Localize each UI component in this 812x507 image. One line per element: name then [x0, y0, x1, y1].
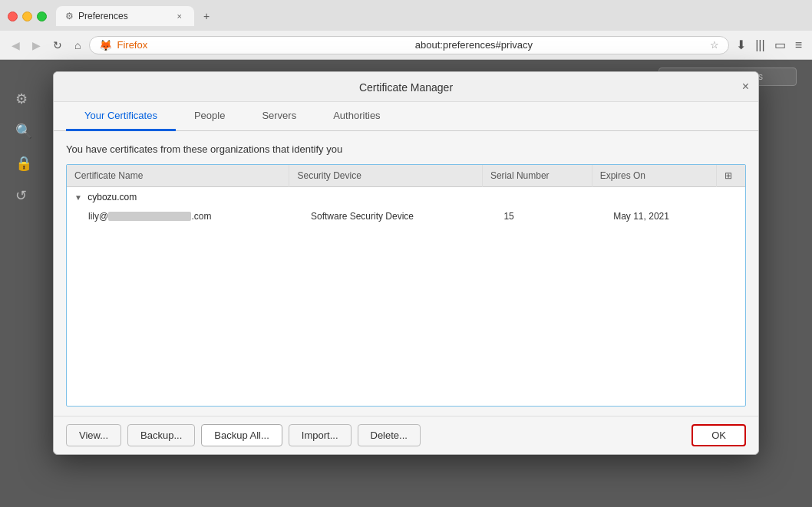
cert-email-prefix: lily@	[88, 211, 108, 222]
tab-servers[interactable]: Servers	[243, 102, 315, 131]
title-bar: ⚙ Preferences × +	[0, 0, 812, 31]
sidebar-toggle-button[interactable]: ▭	[772, 35, 788, 54]
download-button[interactable]: ⬇	[734, 35, 748, 54]
cert-email-redacted: ████ ████.s.████	[108, 212, 191, 221]
maximize-traffic-light[interactable]	[37, 12, 47, 21]
page-content: 🔍 Find in Preferences ⚙ 🔍 🔒 ↺ Certificat…	[0, 60, 812, 505]
cert-name-cell: lily@████ ████.s.████.com	[67, 207, 289, 226]
cert-expires-on-cell: May 11, 2021	[592, 207, 716, 226]
back-button[interactable]: ◀	[8, 37, 24, 54]
active-tab[interactable]: ⚙ Preferences ×	[56, 6, 194, 26]
address-bar[interactable]: 🦊 Firefox about:preferences#privacy ☆	[89, 36, 729, 54]
certificate-table: Certificate Name Security Device Serial …	[67, 165, 745, 226]
org-name-cell: ▼ cybozu.com	[67, 187, 745, 208]
buttons-left: View... Backup... Backup All... Import..…	[66, 424, 421, 446]
dialog-buttons-area: View... Backup... Backup All... Import..…	[54, 416, 758, 454]
dialog-close-button[interactable]: ×	[742, 81, 749, 93]
tab-gear-icon: ⚙	[65, 11, 74, 21]
tab-your-certificates[interactable]: Your Certificates	[66, 102, 176, 131]
col-header-expand: ⊞	[716, 165, 745, 187]
dialog-tabs: Your Certificates People Servers Authori…	[54, 102, 758, 131]
minimize-traffic-light[interactable]	[22, 12, 32, 21]
dialog-title: Certificate Manager	[359, 81, 453, 94]
address-brand: Firefox	[117, 39, 407, 51]
table-row[interactable]: lily@████ ████.s.████.com Software Secur…	[67, 207, 745, 226]
new-tab-button[interactable]: +	[196, 6, 217, 26]
import-button[interactable]: Import...	[289, 424, 352, 446]
tab-close-button[interactable]: ×	[174, 10, 185, 22]
backup-button[interactable]: Backup...	[127, 424, 195, 446]
dialog-description: You have certificates from these organiz…	[66, 143, 746, 155]
close-traffic-light[interactable]	[8, 12, 18, 21]
table-header-row: Certificate Name Security Device Serial …	[67, 165, 745, 187]
cert-security-device-cell: Software Security Device	[289, 207, 482, 226]
nav-right-icons: ⬇ ||| ▭ ≡	[734, 35, 804, 54]
tab-authorities[interactable]: Authorities	[315, 102, 398, 131]
bookmark-icon[interactable]: ☆	[710, 39, 719, 51]
col-header-expires-on[interactable]: Expires On	[592, 165, 716, 187]
cert-expand-cell	[716, 207, 745, 226]
col-header-serial-number[interactable]: Serial Number	[482, 165, 592, 187]
reload-button[interactable]: ↻	[49, 37, 66, 54]
collapse-icon: ▼	[74, 193, 82, 202]
dialog-titlebar: Certificate Manager ×	[54, 72, 758, 102]
certificate-manager-dialog: Certificate Manager × Your Certificates …	[53, 71, 759, 455]
col-header-cert-name[interactable]: Certificate Name	[67, 165, 289, 187]
menu-button[interactable]: ≡	[793, 36, 804, 54]
modal-overlay: Certificate Manager × Your Certificates …	[0, 60, 812, 505]
org-name: cybozu.com	[87, 192, 137, 202]
cert-email-suffix: .com	[191, 211, 211, 222]
tab-people[interactable]: People	[176, 102, 243, 131]
home-button[interactable]: ⌂	[71, 37, 84, 54]
firefox-logo: 🦊	[99, 39, 112, 51]
col-header-security-device[interactable]: Security Device	[289, 165, 482, 187]
dialog-body: You have certificates from these organiz…	[54, 131, 758, 416]
library-button[interactable]: |||	[753, 36, 767, 54]
browser-chrome: ⚙ Preferences × + ◀ ▶ ↻ ⌂ 🦊 Firefox abou…	[0, 0, 812, 60]
address-url: about:preferences#privacy	[415, 39, 705, 51]
forward-button[interactable]: ▶	[28, 37, 45, 54]
certificate-table-container: Certificate Name Security Device Serial …	[66, 164, 746, 407]
nav-bar: ◀ ▶ ↻ ⌂ 🦊 Firefox about:preferences#priv…	[0, 31, 812, 60]
view-button[interactable]: View...	[66, 424, 121, 446]
delete-button[interactable]: Delete...	[358, 424, 421, 446]
traffic-lights	[8, 12, 47, 21]
org-row[interactable]: ▼ cybozu.com	[67, 187, 745, 208]
tab-title: Preferences	[78, 11, 128, 21]
tab-bar: ⚙ Preferences × +	[56, 6, 217, 26]
cert-serial-number-cell: 15	[482, 207, 592, 226]
ok-button[interactable]: OK	[692, 424, 746, 446]
backup-all-button[interactable]: Backup All...	[201, 424, 282, 446]
